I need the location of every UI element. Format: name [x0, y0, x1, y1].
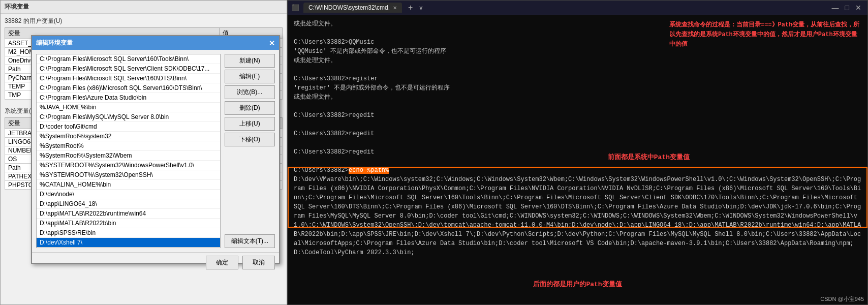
cmd-empty-line [294, 102, 861, 111]
edit-button[interactable]: 编辑(E) [225, 70, 275, 83]
cmd-body: 或批处理文件。 C:\Users\33882>QQMusic'QQMusic' … [288, 15, 867, 304]
cmd-close-btn[interactable]: ✕ [853, 4, 863, 12]
ok-button[interactable]: 确定 [206, 256, 238, 269]
cmd-empty-line [294, 138, 861, 147]
cmd-prompt-line: C:\Users\33882>QQMusic [294, 38, 861, 47]
user-path-label: 后面的都是用户的Path变量值 [533, 280, 622, 290]
cmd-icon: ⬛ [292, 4, 299, 11]
cmd-empty-line [294, 65, 861, 74]
cmd-output-line: D:\dev\VMware\bin\;C:\Windows\system32;C… [294, 175, 861, 257]
edit-dialog-close-btn[interactable]: ✕ [269, 40, 275, 47]
list-item[interactable]: C:\Program Files\Azure Data Studio\bin [37, 93, 220, 103]
cmd-dropdown-btn[interactable]: ∨ [419, 4, 423, 11]
cmd-controls: — □ ✕ [830, 4, 863, 12]
cmd-tab[interactable]: C:\WINDOWS\system32\cmd. ✕ [303, 3, 402, 13]
cmd-tab-close-btn[interactable]: ✕ [393, 5, 397, 11]
cmd-output-line: 'register' 不是内部或外部命令，也不是可运行的程序 或批处理文件。 [294, 83, 861, 102]
list-item[interactable]: C:\Program Files (x86)\Microsoft SQL Ser… [37, 83, 220, 93]
list-item[interactable]: D:\app\LINGO64_18\ [37, 199, 220, 209]
list-item[interactable]: D:\coder tool\Git\cmd [37, 122, 220, 132]
list-item[interactable]: %CATALINA_HOME%\bin [37, 180, 220, 190]
cmd-prompt-line: C:\Users\33882>register [294, 74, 861, 83]
cancel-button[interactable]: 取消 [242, 256, 275, 269]
cmd-max-btn[interactable]: □ [843, 4, 851, 12]
env-vars-dialog: 环境变量 33882 的用户变量(U) 变量 值 ASSET_LO...M2_H… [0, 0, 287, 305]
list-item[interactable]: %SYSTEMROOT%\System32\WindowsPowerShell\… [37, 161, 220, 170]
edit-env-dialog: 编辑环境变量 ✕ C:\Program Files\Microsoft SQL … [31, 35, 280, 264]
cmd-prompt-line: C:\Users\33882>regedit [294, 129, 861, 138]
cmd-output-line: 'QQMusic' 不是内部或外部命令，也不是可运行的程序 或批处理文件。 [294, 47, 861, 65]
new-button[interactable]: 新建(N) [225, 54, 275, 68]
list-item[interactable]: D:\app\MATLAB\R2022b\runtime\win64 [37, 209, 220, 219]
cmd-window: ⬛ C:\WINDOWS\system32\cmd. ✕ + ∨ — □ ✕ 或… [287, 0, 868, 305]
cmd-prompt-line: C:\Users\33882>echo %path% [294, 166, 861, 175]
edit-text-button[interactable]: 编辑文本(T)... [225, 234, 275, 248]
cmd-add-tab-btn[interactable]: + [406, 3, 415, 12]
user-vars-section: 33882 的用户变量(U) [1, 14, 287, 27]
move-down-button[interactable]: 下移(O) [225, 133, 275, 146]
cmd-empty-line [294, 120, 861, 129]
list-item[interactable]: C:\Program Files\Microsoft SQL Server\16… [37, 74, 220, 83]
dialog-title: 环境变量 [1, 1, 287, 14]
path-list[interactable]: C:\Program Files\Microsoft SQL Server\16… [36, 54, 221, 248]
list-item[interactable]: %SystemRoot%\System32\Wbem [37, 151, 220, 161]
cmd-prompt-line: C:\Users\33882>regedit [294, 147, 861, 157]
move-up-button[interactable]: 上移(U) [225, 117, 275, 131]
edit-dialog-body: C:\Program Files\Microsoft SQL Server\16… [32, 50, 279, 252]
list-item[interactable]: D:\app\SPSS\RE\bin [37, 228, 220, 238]
browse-button[interactable]: 浏览(B)... [225, 85, 275, 99]
cmd-titlebar: ⬛ C:\WINDOWS\system32\cmd. ✕ + ∨ — □ ✕ [288, 1, 867, 15]
edit-action-buttons: 新建(N) 编辑(E) 浏览(B)... 删除(D) 上移(U) 下移(O) 编… [225, 54, 275, 248]
cmd-content: 或批处理文件。 C:\Users\33882>QQMusic'QQMusic' … [294, 19, 861, 257]
edit-dialog-titlebar: 编辑环境变量 ✕ [32, 36, 279, 50]
edit-dialog-footer: 确定 取消 [32, 252, 279, 272]
list-item[interactable]: %JAVA_HOME%\bin [37, 103, 220, 112]
list-item[interactable]: C:\Program Files\Microsoft SQL Server\Cl… [37, 64, 220, 74]
list-item[interactable]: D:\dev\Xshell 7\ [37, 238, 220, 248]
list-item[interactable]: C:\Program Files\Microsoft SQL Server\16… [37, 54, 220, 64]
list-item[interactable]: %SystemRoot%\system32 [37, 132, 220, 141]
cmd-output-line: 或批处理文件。 [294, 19, 861, 28]
list-item[interactable]: C:\Program Files\MySQL\MySQL Server 8.0\… [37, 112, 220, 122]
cmd-min-btn[interactable]: — [830, 4, 841, 12]
delete-button[interactable]: 删除(D) [225, 101, 275, 115]
cmd-prompt-line: C:\Users\33882>regedit [294, 111, 861, 120]
watermark: CSDN @小宝945 [820, 295, 864, 303]
cmd-tab-label: C:\WINDOWS\system32\cmd. [308, 4, 390, 11]
cmd-empty-line [294, 28, 861, 38]
list-item[interactable]: D:\app\MATLAB\R2022b\bin [37, 219, 220, 228]
list-item[interactable]: D:\dev\node\ [37, 190, 220, 199]
list-item[interactable]: %SYSTEMROOT%\System32\OpenSSH\ [37, 170, 220, 180]
list-item[interactable]: %SystemRoot% [37, 141, 220, 151]
path-list-container: C:\Program Files\Microsoft SQL Server\16… [36, 54, 221, 248]
cmd-empty-line [294, 157, 861, 166]
